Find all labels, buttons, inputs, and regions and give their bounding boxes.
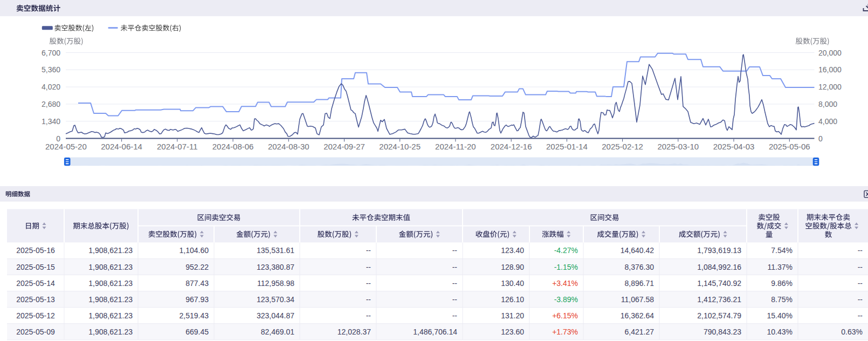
svg-text:2025-05-06: 2025-05-06 bbox=[769, 142, 810, 151]
svg-text:8,000: 8,000 bbox=[818, 100, 837, 108]
svg-text:8,896.71: 8,896.71 bbox=[625, 279, 655, 288]
svg-text:12,000: 12,000 bbox=[818, 83, 842, 91]
svg-text:1,340: 1,340 bbox=[42, 117, 60, 126]
svg-text:--: -- bbox=[858, 295, 863, 304]
svg-text:1,084,992.16: 1,084,992.16 bbox=[697, 263, 741, 271]
svg-text:128.90: 128.90 bbox=[501, 263, 524, 271]
svg-text:2,102,574.79: 2,102,574.79 bbox=[697, 311, 741, 320]
svg-text:2025-05-16: 2025-05-16 bbox=[16, 246, 55, 255]
svg-text:15.40%: 15.40% bbox=[767, 311, 793, 320]
svg-text:2025-04-03: 2025-04-03 bbox=[713, 142, 755, 151]
svg-text:1,486,706.14: 1,486,706.14 bbox=[413, 328, 457, 336]
svg-text:1,908,621.23: 1,908,621.23 bbox=[88, 311, 133, 320]
svg-text:1,104.60: 1,104.60 bbox=[180, 246, 209, 255]
svg-text:669.45: 669.45 bbox=[185, 328, 209, 336]
svg-text:123.40: 123.40 bbox=[501, 246, 524, 255]
svg-text:+1.73%: +1.73% bbox=[552, 328, 578, 336]
svg-text:1,908,621.23: 1,908,621.23 bbox=[88, 279, 133, 288]
svg-text:6,700: 6,700 bbox=[42, 49, 60, 57]
svg-text:10.43%: 10.43% bbox=[767, 328, 793, 336]
svg-text:2025-05-15: 2025-05-15 bbox=[16, 263, 55, 271]
svg-text:4,000: 4,000 bbox=[818, 117, 837, 126]
svg-text:20,000: 20,000 bbox=[818, 49, 842, 57]
svg-text:877.43: 877.43 bbox=[185, 279, 209, 288]
svg-text:112,958.98: 112,958.98 bbox=[257, 279, 294, 288]
svg-text:+6.15%: +6.15% bbox=[552, 311, 578, 320]
svg-text:5,360: 5,360 bbox=[42, 65, 60, 74]
svg-text:--: -- bbox=[366, 311, 371, 320]
svg-text:1,145,740.92: 1,145,740.92 bbox=[697, 279, 741, 288]
svg-text:1,908,621.23: 1,908,621.23 bbox=[88, 263, 133, 271]
svg-text:7.54%: 7.54% bbox=[771, 246, 793, 255]
svg-text:6,421.27: 6,421.27 bbox=[625, 328, 655, 336]
svg-text:1,908,621.23: 1,908,621.23 bbox=[88, 328, 133, 336]
svg-text:--: -- bbox=[366, 246, 371, 255]
svg-text:-1.15%: -1.15% bbox=[554, 263, 578, 271]
svg-text:131.20: 131.20 bbox=[501, 311, 524, 320]
svg-text:1,908,621.23: 1,908,621.23 bbox=[88, 246, 133, 255]
svg-text:--: -- bbox=[858, 246, 863, 255]
svg-text:967.93: 967.93 bbox=[185, 295, 209, 304]
svg-text:126.10: 126.10 bbox=[501, 295, 524, 304]
svg-text:8,376.30: 8,376.30 bbox=[625, 263, 655, 271]
svg-text:--: -- bbox=[452, 295, 458, 304]
svg-text:2025-03-10: 2025-03-10 bbox=[657, 142, 699, 151]
svg-text:2024-06-14: 2024-06-14 bbox=[101, 142, 142, 151]
svg-text:-4.27%: -4.27% bbox=[554, 246, 578, 255]
svg-text:323,044.87: 323,044.87 bbox=[257, 311, 294, 320]
svg-text:--: -- bbox=[452, 279, 458, 288]
svg-text:2024-10-25: 2024-10-25 bbox=[379, 142, 421, 151]
svg-text:--: -- bbox=[452, 246, 458, 255]
svg-text:16,362.64: 16,362.64 bbox=[621, 311, 654, 320]
svg-text:--: -- bbox=[858, 311, 863, 320]
svg-text:+3.41%: +3.41% bbox=[552, 279, 578, 288]
svg-text:2025-05-14: 2025-05-14 bbox=[16, 279, 55, 288]
svg-text:2025-05-09: 2025-05-09 bbox=[16, 328, 55, 336]
svg-text:2024-09-27: 2024-09-27 bbox=[323, 142, 365, 151]
svg-text:2024-08-30: 2024-08-30 bbox=[268, 142, 309, 151]
svg-text:2024-11-20: 2024-11-20 bbox=[435, 142, 476, 151]
svg-text:--: -- bbox=[366, 263, 371, 271]
svg-text:14,640.42: 14,640.42 bbox=[621, 246, 654, 255]
svg-text:--: -- bbox=[858, 279, 863, 288]
svg-text:123.60: 123.60 bbox=[501, 328, 524, 336]
svg-text:2025-05-12: 2025-05-12 bbox=[16, 311, 55, 320]
svg-text:0: 0 bbox=[818, 134, 823, 143]
svg-text:2,680: 2,680 bbox=[42, 100, 60, 108]
svg-text:8.75%: 8.75% bbox=[771, 295, 793, 304]
svg-text:--: -- bbox=[858, 263, 863, 271]
svg-text:0.63%: 0.63% bbox=[841, 328, 863, 336]
svg-text:2024-07-11: 2024-07-11 bbox=[157, 142, 198, 151]
svg-text:123,570.34: 123,570.34 bbox=[257, 295, 294, 304]
svg-text:790,843.23: 790,843.23 bbox=[704, 328, 741, 336]
svg-text:135,531.61: 135,531.61 bbox=[257, 246, 294, 255]
svg-text:--: -- bbox=[452, 263, 458, 271]
svg-text:2025-05-13: 2025-05-13 bbox=[16, 295, 55, 304]
svg-text:-3.89%: -3.89% bbox=[554, 295, 578, 304]
svg-text:16,000: 16,000 bbox=[818, 65, 842, 74]
svg-text:1,908,621.23: 1,908,621.23 bbox=[88, 295, 133, 304]
svg-text:2,519.43: 2,519.43 bbox=[180, 311, 209, 320]
svg-text:11,067.58: 11,067.58 bbox=[621, 295, 654, 304]
svg-text:--: -- bbox=[366, 295, 371, 304]
svg-text:82,469.01: 82,469.01 bbox=[261, 328, 294, 336]
svg-text:130.40: 130.40 bbox=[501, 279, 524, 288]
svg-text:2024-12-16: 2024-12-16 bbox=[491, 142, 532, 151]
svg-text:952.22: 952.22 bbox=[185, 263, 209, 271]
svg-text:--: -- bbox=[452, 311, 458, 320]
svg-text:1,793,619.13: 1,793,619.13 bbox=[697, 246, 741, 255]
svg-text:2024-05-20: 2024-05-20 bbox=[45, 142, 87, 151]
svg-text:4,020: 4,020 bbox=[42, 83, 60, 91]
svg-text:12,028.37: 12,028.37 bbox=[337, 328, 371, 336]
svg-text:123,380.87: 123,380.87 bbox=[257, 263, 294, 271]
svg-text:--: -- bbox=[366, 279, 371, 288]
svg-text:2025-01-14: 2025-01-14 bbox=[546, 142, 588, 151]
svg-text:2025-02-12: 2025-02-12 bbox=[602, 142, 643, 151]
svg-text:1,412,736.21: 1,412,736.21 bbox=[697, 295, 741, 304]
svg-text:2024-08-06: 2024-08-06 bbox=[212, 142, 254, 151]
svg-text:9.86%: 9.86% bbox=[771, 279, 793, 288]
svg-text:11.37%: 11.37% bbox=[768, 263, 793, 271]
